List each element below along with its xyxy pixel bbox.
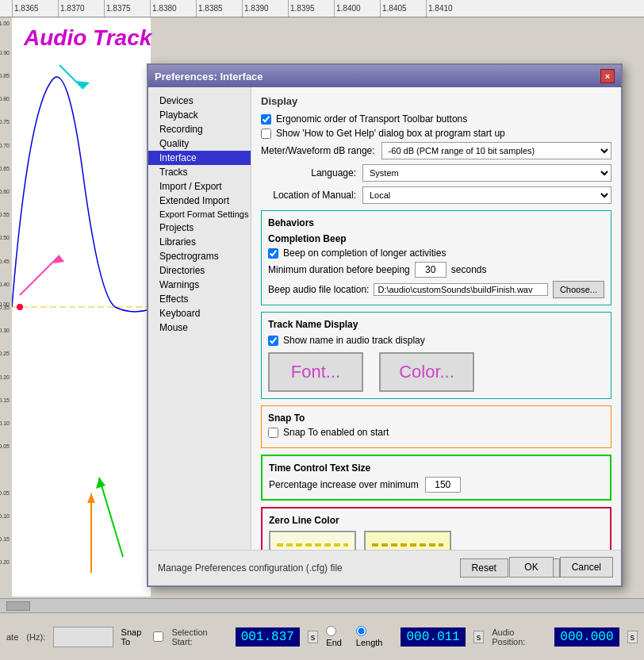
nav-item-extended-import[interactable]: Extended Import xyxy=(148,194,251,208)
cancel-button[interactable]: Cancel xyxy=(560,557,613,578)
y-tick-zero: 0.00 xyxy=(0,301,10,307)
ergonomic-order-checkbox[interactable] xyxy=(261,114,271,125)
y-tick: -0.15 xyxy=(0,536,10,542)
y-tick: 0.25 xyxy=(0,351,10,356)
dialog-body: Devices Playback Recording Quality Inter… xyxy=(148,87,621,550)
beep-checkbox-row: Beep on completion of longer activities xyxy=(268,248,604,259)
nav-item-effects[interactable]: Effects xyxy=(148,292,251,306)
dialog-close-button[interactable]: × xyxy=(600,69,615,83)
audio-position-value: 000.000 xyxy=(560,630,613,644)
audio-position-unit[interactable]: s xyxy=(627,631,638,643)
y-tick: 0.75 xyxy=(0,119,10,125)
ruler-mark: 1.8395 xyxy=(288,0,334,17)
show-help-dialog-checkbox[interactable] xyxy=(261,129,271,139)
length-radio[interactable] xyxy=(356,626,366,636)
nav-item-playback[interactable]: Playback xyxy=(148,108,251,122)
ate-label: ate xyxy=(6,632,18,642)
reset-button[interactable]: Reset xyxy=(460,558,508,578)
hz-label: (Hz): xyxy=(26,632,45,642)
ruler-mark: 1.8370 xyxy=(58,0,104,17)
show-name-label: Show name in audio track display xyxy=(283,335,425,346)
zero-line-box: Zero Line Color xyxy=(261,507,611,550)
zero-line-colors xyxy=(269,531,604,550)
dialog-title: Preferences: Interface xyxy=(155,71,263,82)
snap-to-row: Snap To enabled on start xyxy=(268,427,604,438)
ok-button[interactable]: OK xyxy=(509,557,553,578)
end-radio-label: End xyxy=(326,626,352,647)
beep-label: Beep on completion of longer activities xyxy=(283,248,446,259)
ruler-mark: 1.8410 xyxy=(426,0,472,17)
nav-item-tracks[interactable]: Tracks xyxy=(148,165,251,179)
y-tick: -0.05 xyxy=(0,489,10,495)
selection-start-unit[interactable]: s xyxy=(308,631,319,643)
y-tick: -0.20 xyxy=(0,559,10,565)
zero-color-swatch-2[interactable] xyxy=(364,531,451,550)
show-help-dialog-label: Show 'How to Get Help' dialog box at pro… xyxy=(276,128,505,139)
location-row: Location of Manual: Local xyxy=(261,186,611,204)
nav-item-warnings[interactable]: Warnings xyxy=(148,278,251,292)
show-name-checkbox[interactable] xyxy=(268,336,278,346)
hz-input[interactable] xyxy=(53,627,113,647)
nav-item-quality[interactable]: Quality xyxy=(148,136,251,151)
manage-label: Manage Preferences configuration (.cfg) … xyxy=(158,562,343,574)
snap-to-bottom-checkbox[interactable] xyxy=(153,631,163,642)
length-value: 000.011 xyxy=(406,630,459,644)
behaviors-box: Behaviors Completion Beep Beep on comple… xyxy=(261,210,611,305)
meter-select[interactable]: -60 dB (PCM range of 10 bit samples) xyxy=(381,142,611,159)
nav-item-devices[interactable]: Devices xyxy=(148,94,251,108)
y-axis: 1.00 0.90 0.85 0.80 0.75 0.70 0.65 0.60 … xyxy=(0,17,10,597)
language-label: Language: xyxy=(261,167,356,178)
time-control-title: Time Control Text Size xyxy=(269,462,604,474)
snap-to-bottom-label: Snap To xyxy=(121,627,151,647)
nav-item-directories[interactable]: Directories xyxy=(148,263,251,278)
y-tick: 0.80 xyxy=(0,96,10,102)
preferences-dialog: Preferences: Interface × Devices Playbac… xyxy=(147,63,623,587)
nav-item-keyboard[interactable]: Keyboard xyxy=(148,306,251,320)
y-tick: 0.05 xyxy=(0,443,10,449)
beep-checkbox[interactable] xyxy=(268,248,278,259)
audio-track-label: Audio Track xyxy=(24,25,151,51)
y-tick: 0.65 xyxy=(0,165,10,171)
nav-item-export-format[interactable]: Export Format Settings xyxy=(148,208,251,221)
dashed-line-2 xyxy=(372,543,443,547)
ruler-mark: 1.8390 xyxy=(242,0,288,17)
y-tick: 0.20 xyxy=(0,374,10,379)
nav-item-recording[interactable]: Recording xyxy=(148,122,251,136)
beep-file-row: Beep audio file location: D:\audio\custo… xyxy=(268,281,604,298)
time-control-label: Percentage increase over minimum xyxy=(269,479,419,490)
scrollbar-area[interactable] xyxy=(0,598,644,612)
location-select[interactable]: Local xyxy=(362,186,611,204)
nav-item-projects[interactable]: Projects xyxy=(148,221,251,235)
snap-to-checkbox[interactable] xyxy=(268,428,278,438)
time-control-input[interactable] xyxy=(425,477,461,493)
show-name-row: Show name in audio track display xyxy=(268,335,604,346)
ruler-mark: 1.8400 xyxy=(334,0,380,17)
y-tick: 0.40 xyxy=(0,281,10,286)
audio-position-label: Audio Position: xyxy=(492,627,546,647)
end-radio[interactable] xyxy=(326,626,336,636)
completion-beep-title: Completion Beep xyxy=(268,233,604,244)
length-unit[interactable]: s xyxy=(473,631,485,643)
nav-item-import-export[interactable]: Import / Export xyxy=(148,179,251,194)
display-section-title: Display xyxy=(261,95,611,107)
language-select[interactable]: System xyxy=(362,164,611,182)
seconds-label: seconds xyxy=(451,264,487,275)
nav-item-spectrograms[interactable]: Spectrograms xyxy=(148,249,251,263)
beep-file-label: Beep audio file location: xyxy=(268,284,369,295)
nav-item-libraries[interactable]: Libraries xyxy=(148,235,251,249)
y-tick: 0.90 xyxy=(0,49,10,55)
zero-color-swatch-1[interactable] xyxy=(269,531,356,550)
nav-item-interface[interactable]: Interface xyxy=(148,151,251,165)
selection-start-label: Selection Start: xyxy=(171,627,227,647)
font-button[interactable]: Font... xyxy=(268,352,363,392)
ruler-mark: 1.8365 xyxy=(12,0,58,17)
scroll-thumb[interactable] xyxy=(6,601,30,611)
selection-start-value: 001.837 xyxy=(241,630,294,644)
min-duration-input[interactable] xyxy=(415,262,447,278)
y-tick: 0.55 xyxy=(0,212,10,217)
y-tick: 0.50 xyxy=(0,235,10,240)
y-tick: 0.85 xyxy=(0,73,10,79)
color-button[interactable]: Color... xyxy=(379,352,474,392)
nav-item-mouse[interactable]: Mouse xyxy=(148,320,251,335)
choose-button[interactable]: Choose... xyxy=(553,281,604,298)
